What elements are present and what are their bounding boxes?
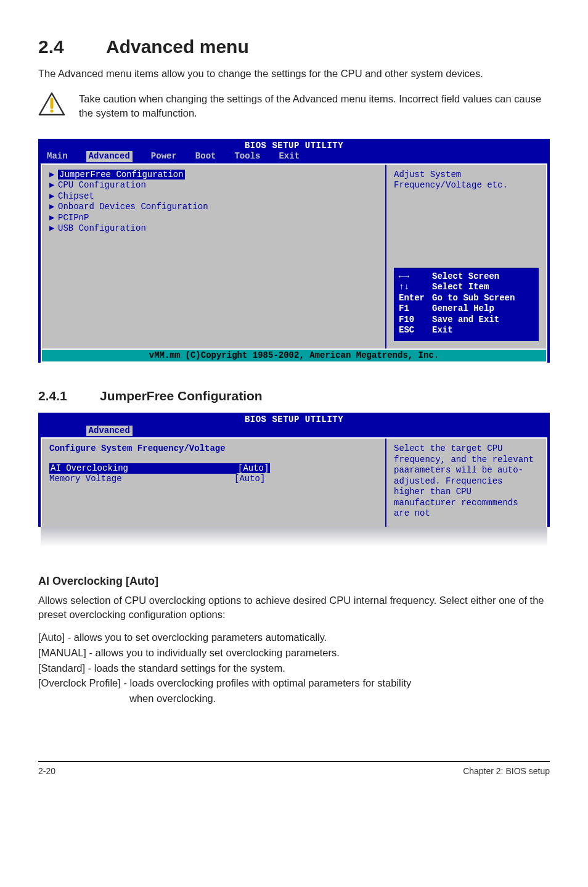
bios-item-onboard[interactable]: Onboard Devices Configuration: [58, 202, 208, 212]
option-standard: [Standard] - loads the standard settings…: [38, 661, 550, 675]
bios-item-jumperfree[interactable]: JumperFree Configuration: [58, 170, 185, 179]
bios-tab-tools[interactable]: Tools: [234, 151, 260, 162]
option-desc-text: - allows you to set overclocking paramet…: [68, 632, 327, 643]
option-manual: [MANUAL] - allows you to individually se…: [38, 646, 550, 660]
bios-titlebar: BIOS SETUP UTILITY: [38, 414, 550, 426]
page-footer: 2-20 Chapter 2: BIOS setup: [38, 761, 550, 777]
bios-opt-memory-voltage[interactable]: Memory Voltage: [49, 474, 234, 485]
option-desc-text: - loads the standard settings for the sy…: [88, 662, 285, 674]
key-arrows-lr-icon: ←→: [399, 271, 432, 283]
bios-tab-boot[interactable]: Boot: [195, 151, 216, 162]
caution-triangle-icon: [38, 92, 65, 117]
key-desc: Exit: [432, 325, 453, 335]
option-desc: Allows selection of CPU overclocking opt…: [38, 593, 550, 622]
page-number: 2-20: [38, 766, 55, 776]
bios-help-text: Select the target CPU frequency, and the…: [394, 444, 539, 519]
bios-tab-power[interactable]: Power: [151, 151, 177, 162]
triangle-right-icon: ▶: [49, 180, 58, 191]
caution-text: Take caution when changing the settings …: [79, 92, 550, 120]
heading-title: Advanced menu: [106, 36, 249, 57]
subheading-jumperfree: 2.4.1JumperFree Configuration: [38, 387, 550, 405]
bios-left-pane: Configure System Frequency/Voltage AI Ov…: [42, 439, 386, 527]
triangle-right-icon: ▶: [49, 213, 58, 224]
key-arrows-ud-icon: ↑↓: [399, 282, 432, 293]
chapter-label: Chapter 2: BIOS setup: [463, 766, 550, 776]
bios-right-pane: Select the target CPU frequency, and the…: [386, 439, 546, 527]
bios-opt-ai-overclocking[interactable]: AI Overclocking: [49, 463, 237, 474]
bios-right-pane: Adjust System Frequency/Voltage etc. ←→S…: [386, 165, 546, 349]
bios-footer: vMM.mm (C)Copyright 1985-2002, American …: [41, 350, 547, 363]
bios-opt-value[interactable]: [Auto]: [234, 474, 265, 484]
bios-panel-jumperfree: BIOS SETUP UTILITY Main Advanced Configu…: [38, 413, 550, 527]
option-desc-text: - loads overclocking profiles with optim…: [123, 677, 411, 688]
subheading-number: 2.4.1: [38, 387, 100, 405]
bios-tab-main[interactable]: Main: [47, 151, 68, 162]
triangle-right-icon: ▶: [49, 170, 58, 181]
bios-help-text: Adjust System Frequency/Voltage etc.: [394, 170, 539, 191]
svg-point-2: [50, 110, 53, 113]
key-desc: Go to Sub Screen: [432, 293, 515, 303]
heading-number: 2.4: [38, 34, 106, 59]
option-overclock-profile: [Overclock Profile] - loads overclocking…: [38, 676, 550, 690]
bios-keys-block: ←→Select Screen ↑↓Select Item EnterGo to…: [394, 268, 539, 341]
bios-tab-advanced[interactable]: Advanced: [86, 426, 133, 437]
subheading-title: JumperFree Configuration: [100, 389, 263, 403]
option-list: [Auto] - allows you to set overclocking …: [38, 630, 550, 706]
key-esc: ESC: [399, 325, 432, 336]
key-f10: F10: [399, 315, 432, 326]
option-key: [Standard]: [38, 662, 85, 674]
triangle-right-icon: ▶: [49, 191, 58, 202]
bios-panel-advanced: BIOS SETUP UTILITY Main Advanced Power B…: [38, 139, 550, 363]
caution-block: Take caution when changing the settings …: [38, 92, 550, 120]
option-overclock-profile-cont: when overclocking.: [38, 691, 550, 706]
bios-tab-exit[interactable]: Exit: [279, 151, 300, 162]
key-desc: Select Screen: [432, 271, 499, 281]
option-key: [Auto]: [38, 632, 65, 643]
bios-item-pcipnp[interactable]: PCIPnP: [58, 213, 89, 223]
option-key: [MANUAL]: [38, 647, 86, 658]
bios-item-usb[interactable]: USB Configuration: [58, 223, 146, 233]
option-desc-text: - allows you to individually set overclo…: [89, 647, 340, 658]
triangle-right-icon: ▶: [49, 223, 58, 234]
bios-opt-value[interactable]: [Auto]: [237, 463, 270, 473]
key-f1: F1: [399, 303, 432, 315]
bios-left-pane: ▶JumperFree Configuration ▶CPU Configura…: [42, 165, 386, 349]
option-heading-ai-overclocking: AI Overclocking [Auto]: [38, 574, 550, 589]
triangle-right-icon: ▶: [49, 202, 58, 213]
bios-menubar: Main Advanced: [38, 426, 550, 438]
intro-text: The Advanced menu items allow you to cha…: [38, 67, 550, 81]
option-auto: [Auto] - allows you to set overclocking …: [38, 630, 550, 645]
option-key: [Overclock Profile]: [38, 677, 121, 688]
page-heading: 2.4Advanced menu: [38, 34, 550, 59]
key-desc: Save and Exit: [432, 315, 499, 324]
key-desc: Select Item: [432, 282, 489, 292]
bios-item-cpu[interactable]: CPU Configuration: [58, 180, 146, 190]
bios-menubar: Main Advanced Power Boot Tools Exit: [38, 151, 550, 163]
bios-fade: [41, 527, 547, 548]
bios-titlebar: BIOS SETUP UTILITY: [38, 140, 550, 152]
bios-section-header: Configure System Frequency/Voltage: [49, 444, 378, 455]
bios-tab-advanced[interactable]: Advanced: [86, 151, 133, 162]
key-desc: General Help: [432, 303, 494, 313]
bios-item-chipset[interactable]: Chipset: [58, 191, 94, 201]
key-enter: Enter: [399, 293, 432, 304]
